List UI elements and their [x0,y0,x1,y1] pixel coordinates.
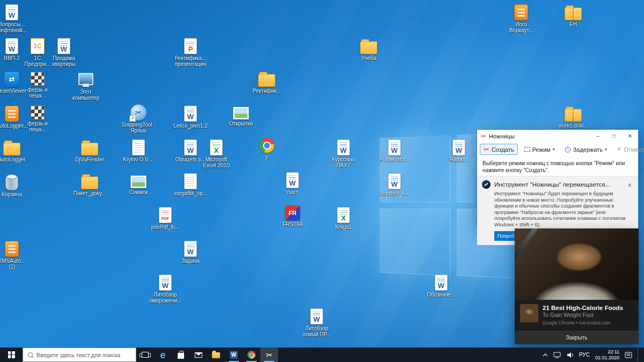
taskbar-search[interactable] [23,348,136,362]
snipping-tool-window: ✂ Ножницы – □ ✕ ✂ Создать Режим ▾ Заде [477,129,639,226]
action-center-icon[interactable] [625,352,632,358]
task-view-taskbar-button[interactable] [136,348,154,362]
desktop-icon[interactable]: пахт [275,172,310,195]
desktop-icon[interactable]: ферзь и пешк... [20,106,55,132]
desktop-icon[interactable]: Литобзор оморожени... [148,275,182,304]
desktop-icon[interactable]: Литобзор новый ПР... [299,308,334,337]
desktop-icon-label: Ректифика... презентация [173,55,208,67]
snip-toolbar: ✂ Создать Режим ▾ Задержать ▾ ✕ Отмена [477,142,638,157]
desktop: Вопросы... Нефтяной...Йога Воркаут...ЕНВ… [0,0,644,362]
desktop-icon[interactable]: joinPdf_lb... [148,207,182,230]
explorer-taskbar-button[interactable] [207,348,225,362]
desktop-icon[interactable]: Обозначе... [424,275,458,298]
word-icon [184,241,197,257]
window-titlebar[interactable]: ✂ Ножницы – □ ✕ [477,130,638,142]
img-icon [233,107,249,120]
edge-taskbar-button[interactable] [154,348,172,362]
word-icon [184,139,197,156]
desktop-icon[interactable]: Открытки [224,105,258,127]
desktop-icon[interactable]: Корзина [0,173,29,197]
desktop-icon[interactable]: Продажа квартиры [47,38,81,67]
mail-taskbar-button[interactable] [189,348,207,362]
maximize-button[interactable]: □ [606,130,622,142]
chrome-taskbar-button[interactable] [243,348,260,362]
taskbar-apps [136,348,278,362]
desktop-icon-label: Курсовая ПАХТ [326,157,361,168]
create-button[interactable]: ✂ Создать [480,144,518,155]
desktop-icon-label: Kniga1 [326,224,361,230]
desktop-icon[interactable]: DjVuReader [72,139,107,162]
desktop-icon[interactable]: vargaftik_sp... [173,173,208,196]
volume-icon[interactable] [566,352,574,358]
chevron-down-icon: ▾ [553,147,555,152]
scissors-icon: ✂ [481,133,486,139]
close-button[interactable]: ✕ [622,130,638,142]
desktop-icon[interactable]: Задача [173,241,208,264]
mode-label: Режим [532,146,551,153]
close-notification-button[interactable]: Закрыть [515,330,639,344]
desktop-icon[interactable]: Йога Воркаут... [504,4,538,33]
desktop-icon-label: Ректифик... [250,88,284,94]
taskbar-clock[interactable]: 22:11 02.01.2020 [595,349,619,360]
desktop-icon[interactable]: ферзь и пешк... [20,72,55,99]
desktop-icon[interactable]: AutoLogger [0,139,29,162]
word-taskbar-button[interactable] [225,348,243,362]
system-tray: РУС 22:11 02.01.2020 [538,348,644,362]
folder-icon [3,143,20,156]
banner-header: Инструмент "Ножницы" перемещается... ∧ [482,180,633,189]
desktop-icon[interactable]: Снимок [121,173,156,195]
folder-icon [81,143,98,156]
store-taskbar-button[interactable] [172,348,189,362]
desktop-icon[interactable]: Microsoft Excel 2010 [199,139,233,168]
desktop-icon[interactable]: Kniga1 [326,207,361,230]
desktop-icon[interactable]: Lekcii_pivo1.2 [173,106,208,129]
desktop-icon[interactable]: Ректифик... [250,71,284,94]
show-desktop-button[interactable] [638,348,640,362]
start-button[interactable] [0,348,23,362]
clock-icon [565,146,571,153]
desktop-icon-label: Ramu... [442,157,476,162]
desktop-icon[interactable]: works.dokl... [556,106,590,129]
collapse-chevron-icon[interactable]: ∧ [626,182,633,188]
explorer-icon [212,352,220,358]
desktop-icon-label: Этот компьютер [69,89,103,101]
chess-icon [31,72,45,86]
desktop-icon[interactable]: FRST64 [275,205,310,227]
language-indicator[interactable]: РУС [579,352,590,358]
desktop-icon-label: Учеба [352,55,386,61]
snipping-taskbar-button[interactable] [260,348,278,362]
desktop-icon[interactable]: Курсовая ПАХТ [326,139,361,168]
desktop-icon-label: Вопросы... Нефтяной... [0,21,29,33]
desktop-icon[interactable]: Primer ofor... [377,139,412,162]
hidden-icons-chevron-icon[interactable] [543,353,548,357]
delay-label: Задержать [573,146,603,153]
window-controls: – □ ✕ [590,130,638,142]
desktop-icon[interactable]: Пакет_доку... [72,173,107,196]
desktop-icon[interactable]: KMSAuto... (1) [0,241,29,270]
desktop-icon[interactable]: Вопросы... Нефтяной... [0,4,29,33]
delay-button[interactable]: Задержать ▾ [561,145,610,154]
desktop-icon[interactable]: SnippingTool - Ярлык [121,105,156,134]
word-icon [435,275,448,291]
desktop-icon[interactable]: Ректифика... презентация [173,38,208,67]
desktop-icon[interactable]: Учеба [352,38,386,61]
word-icon [388,139,401,156]
desktop-icon-label: works.dokl... [556,123,590,129]
desktop-icon[interactable]: Этот компьютер [69,73,103,101]
frst-icon [285,205,300,220]
notification-thumbnail [520,304,538,322]
desktop-icon[interactable]: Voprosy_k... [377,173,412,196]
cancel-button: ✕ Отмена [613,145,644,154]
logo-pane [8,355,11,358]
desktop-icon[interactable]: Krylov O.V.... [121,139,156,162]
minimize-button[interactable]: – [590,130,606,142]
desktop-icon[interactable]: ЕН [556,4,590,27]
desktop-icon[interactable]: y [250,138,284,160]
mode-button[interactable]: Режим ▾ [521,145,558,154]
desktop-icon-label: vargaftik_sp... [173,190,208,196]
zip-icon [565,109,582,122]
network-icon[interactable] [553,352,561,358]
create-label: Создать [492,146,514,153]
search-input[interactable] [36,352,131,358]
desktop-icon[interactable]: Ramu... [442,139,476,162]
